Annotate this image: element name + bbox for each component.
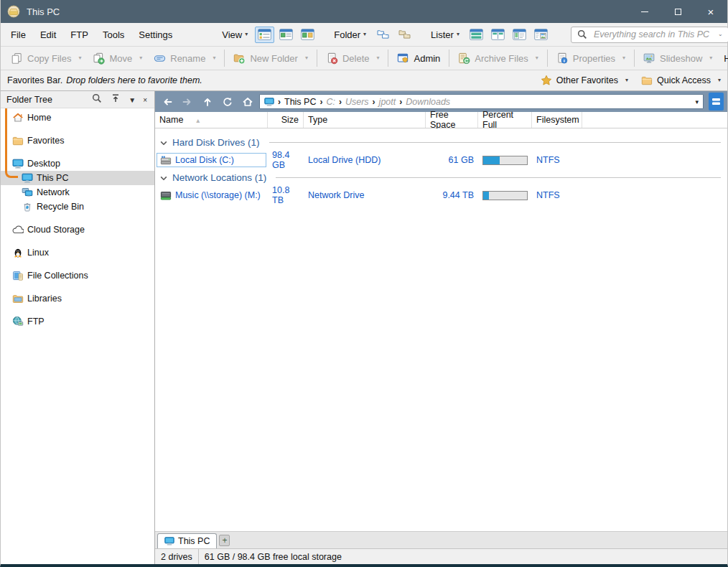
breadcrumb-root[interactable]: This PC bbox=[284, 97, 316, 107]
delete-button[interactable]: Delete▾ bbox=[320, 49, 386, 67]
search-box[interactable]: ⌄ bbox=[571, 27, 728, 43]
view-thumbnails-button[interactable] bbox=[298, 27, 317, 43]
libraries-icon bbox=[12, 293, 24, 304]
tree-item-home[interactable]: Home bbox=[1, 111, 154, 125]
drive-row-local-disk-c[interactable]: Local Disk (C:)98.4 GBLocal Drive (HDD)6… bbox=[155, 151, 727, 169]
menu-settings[interactable]: Settings bbox=[131, 23, 179, 46]
breadcrumb-dropdown-icon[interactable]: ▾ bbox=[695, 98, 699, 106]
tree-item-label: This PC bbox=[37, 173, 68, 183]
view-menu-button[interactable]: View▾ bbox=[217, 29, 253, 40]
tree-item-linux[interactable]: Linux bbox=[1, 245, 154, 260]
lister-vertical-icon bbox=[491, 29, 505, 40]
search-input[interactable] bbox=[592, 29, 711, 40]
folder-menu-button[interactable]: Folder▾ bbox=[329, 29, 371, 40]
tree-item-file-collections[interactable]: File Collections bbox=[1, 268, 154, 283]
quick-access-button[interactable]: Quick Access▾ bbox=[641, 75, 721, 86]
move-label: Move bbox=[109, 53, 132, 64]
tree-item-desktop[interactable]: Desktop bbox=[1, 156, 154, 171]
back-button[interactable] bbox=[159, 93, 176, 111]
column-header-type[interactable]: Type bbox=[304, 112, 426, 128]
column-label: Filesystem bbox=[536, 115, 579, 125]
home-button[interactable] bbox=[239, 93, 256, 111]
column-header-percent-full[interactable]: Percent Full bbox=[478, 112, 532, 128]
tab-this-pc[interactable]: This PC bbox=[157, 533, 217, 548]
view-power-icon bbox=[279, 29, 293, 40]
rename-icon bbox=[154, 52, 166, 65]
menu-ftp[interactable]: FTP bbox=[63, 23, 95, 46]
other-favorites-button[interactable]: Other Favorites▾ bbox=[541, 75, 628, 86]
view-label: View bbox=[222, 29, 242, 40]
view-details-button[interactable] bbox=[255, 27, 274, 43]
help-button[interactable]: Help?▾ bbox=[718, 49, 728, 67]
toolbar-separator bbox=[634, 50, 635, 67]
search-icon bbox=[91, 93, 103, 104]
breadcrumb-segment-downloads[interactable]: Downloads bbox=[406, 97, 450, 107]
menu-items: FileEditFTPToolsSettings bbox=[4, 23, 179, 46]
breadcrumb-segment-jpott[interactable]: jpott bbox=[379, 97, 396, 107]
up-button[interactable] bbox=[199, 93, 216, 111]
chevron-down-icon[interactable]: ⌄ bbox=[718, 32, 723, 37]
tree-item-cloud-storage[interactable]: Cloud Storage bbox=[1, 222, 154, 237]
tree-collapse-button[interactable] bbox=[110, 93, 121, 106]
lister-horizontal-button[interactable] bbox=[467, 27, 486, 43]
menu-tools[interactable]: Tools bbox=[95, 23, 131, 46]
tree-item-recycle-bin[interactable]: Recycle Bin bbox=[1, 200, 154, 214]
tree-item-network[interactable]: Network bbox=[1, 185, 154, 200]
tree-item-favorites[interactable]: Favorites bbox=[1, 133, 154, 148]
breadcrumb[interactable]: › This PC ›C:›Users›jpott›Downloads ▾ bbox=[259, 94, 704, 109]
favorites-bar-hint: Drop folders here to favorite them. bbox=[66, 75, 202, 85]
column-header-name[interactable]: Name▴ bbox=[155, 112, 268, 128]
close-button[interactable]: × bbox=[694, 0, 727, 23]
sort-ascending-icon: ▴ bbox=[196, 116, 200, 124]
menu-edit[interactable]: Edit bbox=[33, 23, 63, 46]
folder-pair-alt-button[interactable] bbox=[395, 27, 414, 43]
refresh-button[interactable] bbox=[219, 93, 236, 111]
new-tab-button[interactable]: + bbox=[219, 535, 230, 546]
archive-files-button[interactable]: Archive Files▾ bbox=[452, 49, 543, 67]
tree-item-this-pc[interactable]: This PC bbox=[1, 171, 154, 185]
column-header-filesystem[interactable]: Filesystem bbox=[532, 112, 582, 128]
folder-icon bbox=[12, 135, 24, 146]
tree-menu-button[interactable]: ▼ bbox=[129, 95, 136, 105]
chevron-down-icon: ▾ bbox=[363, 32, 366, 37]
rename-button[interactable]: Rename▾ bbox=[148, 49, 221, 67]
copy-files-button[interactable]: Copy Files▾ bbox=[5, 49, 87, 67]
admin-button[interactable]: Admin bbox=[391, 49, 446, 67]
move-button[interactable]: Move▾ bbox=[87, 49, 148, 67]
forward-button[interactable] bbox=[179, 93, 196, 111]
lister-image-button[interactable] bbox=[531, 27, 551, 43]
lister-tree-button[interactable] bbox=[510, 27, 529, 43]
maximize-button[interactable] bbox=[661, 0, 694, 23]
breadcrumb-segment-users[interactable]: Users bbox=[345, 97, 369, 107]
tree-item-label: Desktop bbox=[27, 159, 60, 169]
percent-full-bar bbox=[482, 191, 528, 200]
tree-search-button[interactable] bbox=[91, 93, 103, 106]
drive-row-music-storage-m[interactable]: Music (\\storage) (M:)10.8 TBNetwork Dri… bbox=[155, 187, 727, 204]
dual-display-button[interactable] bbox=[709, 93, 724, 111]
title-bar: This PC × bbox=[1, 0, 727, 23]
lister-menu-button[interactable]: Lister▾ bbox=[426, 29, 465, 40]
column-header-size[interactable]: Size bbox=[268, 112, 304, 128]
tree-item-ftp[interactable]: FTP bbox=[1, 314, 154, 329]
column-header-free-space[interactable]: Free Space bbox=[426, 112, 478, 128]
minimize-button[interactable] bbox=[628, 0, 661, 23]
folder-pair-button[interactable] bbox=[373, 27, 393, 43]
collapse-chevron-icon bbox=[160, 138, 167, 148]
breadcrumb-segment-c[interactable]: C: bbox=[326, 97, 335, 107]
properties-button[interactable]: Properties▾ bbox=[551, 49, 631, 67]
toolbar-separator bbox=[388, 50, 388, 67]
folder-icon bbox=[641, 75, 653, 86]
maximize-icon bbox=[675, 9, 681, 15]
tree-item-libraries[interactable]: Libraries bbox=[1, 291, 154, 306]
group-header-hard-disk-drives-1[interactable]: Hard Disk Drives (1) bbox=[155, 133, 727, 151]
view-power-button[interactable] bbox=[276, 27, 296, 43]
home-icon bbox=[12, 112, 24, 123]
breadcrumb-separator: › bbox=[278, 98, 281, 106]
lister-vertical-button[interactable] bbox=[488, 27, 508, 43]
tree-close-button[interactable]: × bbox=[143, 95, 147, 105]
group-header-network-locations-1[interactable]: Network Locations (1) bbox=[155, 169, 727, 187]
slideshow-button[interactable]: Slideshow▾ bbox=[638, 49, 718, 67]
app-window: This PC × FileEditFTPToolsSettings View▾… bbox=[0, 0, 728, 567]
menu-file[interactable]: File bbox=[4, 23, 33, 46]
new-folder-button[interactable]: New Folder▾ bbox=[228, 49, 313, 67]
